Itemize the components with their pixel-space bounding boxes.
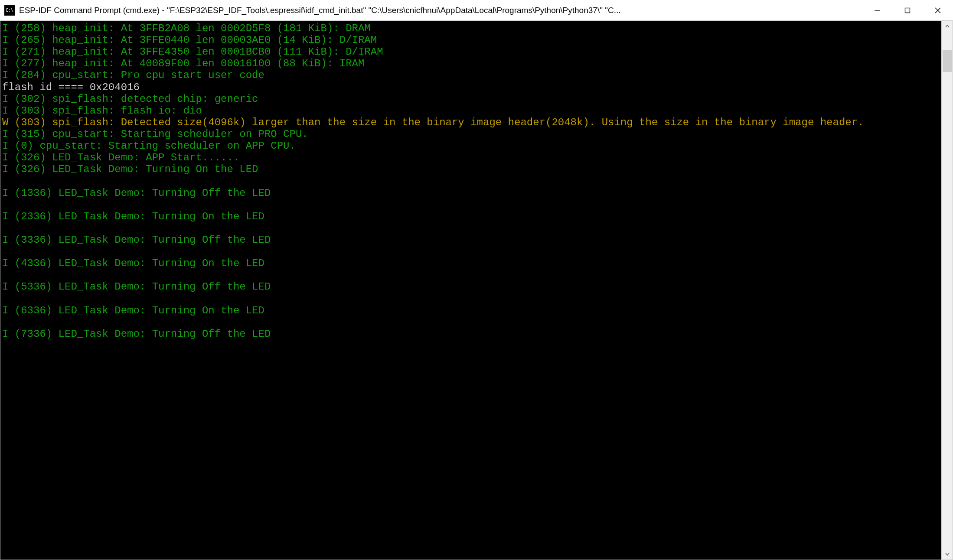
terminal-line: W (303) spi_flash: Detected size(4096k) … <box>2 117 941 128</box>
terminal-line: I (277) heap_init: At 40089F00 len 00016… <box>2 58 941 69</box>
terminal-line: I (271) heap_init: At 3FFE4350 len 0001B… <box>2 46 941 58</box>
terminal-line: I (302) spi_flash: detected chip: generi… <box>2 93 941 105</box>
vertical-scrollbar[interactable] <box>941 21 953 560</box>
terminal-line: I (303) spi_flash: flash io: dio <box>2 105 941 117</box>
scrollbar-track[interactable] <box>942 32 953 548</box>
terminal-line: I (315) cpu_start: Starting scheduler on… <box>2 128 941 140</box>
terminal-line: flash id ==== 0x204016 <box>2 81 941 93</box>
terminal-line: I (6336) LED_Task Demo: Turning On the L… <box>2 305 941 316</box>
terminal-line: I (265) heap_init: At 3FFE0440 len 00003… <box>2 34 941 46</box>
terminal-line <box>2 222 941 234</box>
terminal-line: I (258) heap_init: At 3FFB2A08 len 0002D… <box>2 23 941 34</box>
terminal-line: I (284) cpu_start: Pro cpu start user co… <box>2 69 941 81</box>
terminal-line <box>2 199 941 211</box>
titlebar[interactable]: C:\ ESP-IDF Command Prompt (cmd.exe) - "… <box>0 0 953 21</box>
terminal-line: I (3336) LED_Task Demo: Turning Off the … <box>2 234 941 246</box>
terminal-line <box>2 269 941 281</box>
scroll-down-arrow-icon[interactable] <box>942 548 953 560</box>
terminal-line: I (326) LED_Task Demo: APP Start...... <box>2 152 941 163</box>
terminal-line: I (4336) LED_Task Demo: Turning On the L… <box>2 257 941 269</box>
terminal-output[interactable]: I (258) heap_init: At 3FFB2A08 len 0002D… <box>0 21 941 560</box>
terminal-line: I (5336) LED_Task Demo: Turning Off the … <box>2 281 941 293</box>
terminal-line: I (2336) LED_Task Demo: Turning On the L… <box>2 211 941 222</box>
terminal-line <box>2 340 941 352</box>
scrollbar-thumb[interactable] <box>943 50 952 72</box>
cmd-icon: C:\ <box>4 5 15 16</box>
window-title: ESP-IDF Command Prompt (cmd.exe) - "F:\E… <box>19 6 862 15</box>
terminal-line: I (7336) LED_Task Demo: Turning Off the … <box>2 328 941 340</box>
terminal-line <box>2 293 941 305</box>
terminal-line: I (1336) LED_Task Demo: Turning Off the … <box>2 187 941 199</box>
scroll-up-arrow-icon[interactable] <box>942 21 953 32</box>
terminal-line <box>2 316 941 328</box>
terminal-line <box>2 175 941 187</box>
maximize-button[interactable] <box>892 0 923 20</box>
terminal-line: I (326) LED_Task Demo: Turning On the LE… <box>2 163 941 175</box>
client-area: I (258) heap_init: At 3FFB2A08 len 0002D… <box>0 21 953 560</box>
terminal-line <box>2 246 941 257</box>
terminal-line: I (0) cpu_start: Starting scheduler on A… <box>2 140 941 152</box>
minimize-button[interactable] <box>862 0 892 20</box>
window-controls <box>862 0 953 20</box>
close-button[interactable] <box>923 0 953 20</box>
svg-rect-1 <box>905 8 910 13</box>
